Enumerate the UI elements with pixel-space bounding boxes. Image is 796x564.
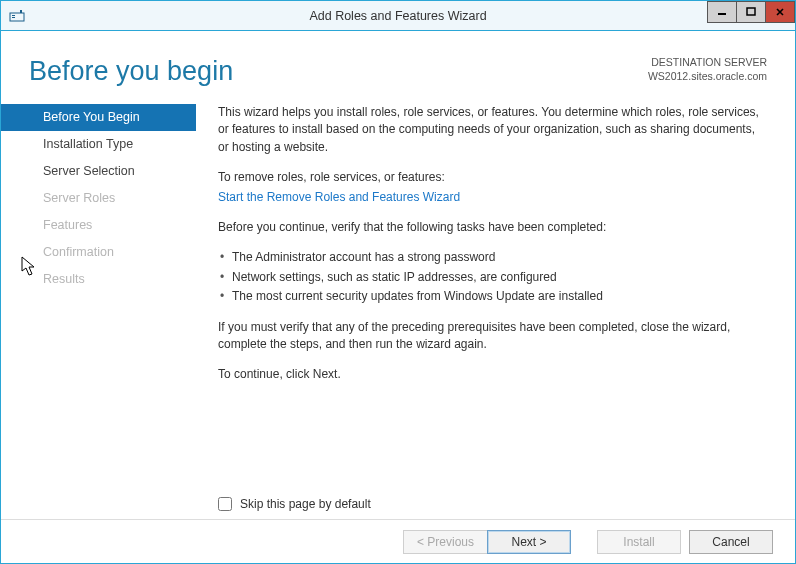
- server-manager-icon: [9, 8, 25, 24]
- svg-rect-1: [12, 15, 15, 16]
- page-title: Before you begin: [29, 56, 648, 87]
- sidebar-item-server-selection[interactable]: Server Selection: [1, 158, 196, 185]
- close-note: If you must verify that any of the prece…: [218, 319, 765, 354]
- wizard-main: This wizard helps you install roles, rol…: [196, 99, 795, 519]
- list-item: The Administrator account has a strong p…: [220, 249, 765, 266]
- svg-rect-3: [20, 10, 22, 13]
- sidebar-item-features: Features: [1, 212, 196, 239]
- svg-rect-5: [747, 8, 755, 15]
- close-button[interactable]: [765, 1, 795, 23]
- list-item: The most current security updates from W…: [220, 288, 765, 305]
- titlebar: Add Roles and Features Wizard: [1, 1, 795, 31]
- cancel-button[interactable]: Cancel: [689, 530, 773, 554]
- sidebar-item-confirmation: Confirmation: [1, 239, 196, 266]
- maximize-button[interactable]: [736, 1, 766, 23]
- svg-rect-4: [718, 13, 726, 15]
- svg-rect-2: [12, 17, 15, 18]
- window-controls: [708, 1, 795, 23]
- sidebar-item-before-you-begin[interactable]: Before You Begin: [1, 104, 196, 131]
- skip-page-checkbox[interactable]: [218, 497, 232, 511]
- prereq-list: The Administrator account has a strong p…: [220, 249, 765, 305]
- sidebar-item-installation-type[interactable]: Installation Type: [1, 131, 196, 158]
- previous-button: < Previous: [403, 530, 487, 554]
- wizard-footer: < Previous Next > Install Cancel: [1, 519, 795, 563]
- window-title: Add Roles and Features Wizard: [309, 9, 486, 23]
- destination-info: DESTINATION SERVER WS2012.sites.oracle.c…: [648, 56, 767, 83]
- wizard-sidebar: Before You Begin Installation Type Serve…: [1, 99, 196, 519]
- skip-page-row[interactable]: Skip this page by default: [218, 496, 371, 513]
- remove-label: To remove roles, role services, or featu…: [218, 169, 765, 186]
- remove-wizard-link[interactable]: Start the Remove Roles and Features Wiza…: [218, 190, 460, 204]
- next-button[interactable]: Next >: [487, 530, 571, 554]
- sidebar-item-results: Results: [1, 266, 196, 293]
- continue-note: To continue, click Next.: [218, 366, 765, 383]
- install-button: Install: [597, 530, 681, 554]
- destination-label: DESTINATION SERVER: [648, 56, 767, 70]
- verify-heading: Before you continue, verify that the fol…: [218, 219, 765, 236]
- skip-page-label: Skip this page by default: [240, 496, 371, 513]
- intro-text: This wizard helps you install roles, rol…: [218, 104, 765, 156]
- list-item: Network settings, such as static IP addr…: [220, 269, 765, 286]
- destination-server: WS2012.sites.oracle.com: [648, 70, 767, 84]
- sidebar-item-server-roles: Server Roles: [1, 185, 196, 212]
- minimize-button[interactable]: [707, 1, 737, 23]
